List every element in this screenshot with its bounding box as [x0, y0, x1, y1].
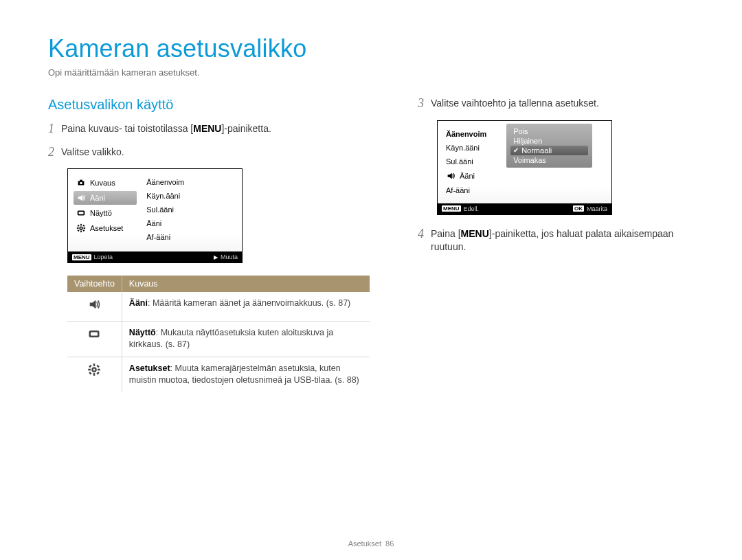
option-pois: Pois	[510, 126, 588, 136]
screen-icon	[87, 333, 101, 343]
step-4: 4 Paina [MENU]-painiketta, jos haluat pa…	[418, 227, 694, 254]
step-4-number: 4	[418, 227, 424, 240]
table-header-vaihtoehto: Vaihtoehto	[67, 276, 122, 292]
submenu-af: Af-ääni	[443, 184, 499, 197]
submenu-sul: Sul.ääni	[443, 155, 499, 168]
option-hiljainen: Hiljainen	[510, 136, 588, 146]
screen1-right-pane: Äänenvoim Käyn.ääni Sul.ääni Ääni Af-ään…	[141, 169, 242, 251]
submenu-aani: Ääni	[460, 172, 475, 180]
camera-screen-1: Kuvaus Ääni Näyttö Asetukset	[67, 168, 243, 263]
sound-icon	[87, 304, 101, 313]
menu-label: MENU	[461, 228, 489, 239]
sound-icon	[446, 171, 456, 181]
step-2-number: 2	[48, 146, 54, 158]
menu-chip-icon: MENU	[442, 205, 461, 212]
row-desc: : Määritä kameran äänet ja äänenvoimakku…	[148, 298, 350, 308]
step-4-pre: Paina [	[431, 228, 461, 239]
step-1-text: Paina kuvaus- tai toistotilassa [MENU]-p…	[61, 122, 271, 136]
step-1-pre: Paina kuvaus- tai toistotilassa [	[61, 123, 193, 134]
step-4-text: Paina [MENU]-painiketta, jos haluat pala…	[431, 227, 694, 254]
volume-popup: Pois Hiljainen ✔ Normaali Voimakas	[506, 124, 592, 168]
page-title: Kameran asetusvalikko	[48, 34, 694, 63]
right-column: 3 Valitse vaihtoehto ja tallenna asetuks…	[418, 97, 694, 392]
step-1-post: ]-painiketta.	[221, 123, 271, 134]
table-row-naytto: Näyttö: Mukauta näyttöasetuksia kuten al…	[67, 321, 370, 357]
step-3-text: Valitse vaihtoehto ja tallenna asetukset…	[431, 97, 599, 111]
table-row-aani: Ääni: Määritä kameran äänet ja äänenvoim…	[67, 292, 370, 321]
gear-icon	[87, 369, 101, 379]
options-table: Vaihtoehto Kuvaus Ääni: Määritä kameran …	[67, 276, 370, 392]
step-3-number: 3	[418, 97, 424, 109]
screen2-right-pane: Pois Hiljainen ✔ Normaali Voimakas	[504, 121, 611, 203]
menu-item-kuvaus: Kuvaus	[74, 176, 137, 190]
submenu-sul: Sul.ääni	[144, 203, 238, 216]
footer-maarita: Määritä	[587, 205, 607, 212]
camera-icon	[76, 178, 86, 188]
camera-screen-2: Äänenvoim Käyn.ääni Sul.ääni Ääni Af-ään…	[437, 120, 612, 215]
left-column: Asetusvalikon käyttö 1 Paina kuvaus- tai…	[48, 97, 370, 392]
menu-item-asetukset: Asetukset	[74, 221, 137, 235]
footer-edell: Edell.	[464, 205, 480, 212]
check-icon: ✔	[513, 146, 519, 154]
menu-item-naytto: Näyttö	[74, 206, 137, 220]
submenu-aanenvoim: Äänenvoim	[144, 176, 238, 188]
row-title: Ääni	[129, 298, 148, 308]
submenu-aani: Ääni	[144, 217, 238, 229]
step-1-number: 1	[48, 122, 54, 135]
option-voimakas: Voimakas	[510, 155, 588, 165]
footer-lopeta: Lopeta	[94, 254, 113, 260]
step-1: 1 Paina kuvaus- tai toistotilassa [MENU]…	[48, 122, 370, 136]
gear-icon	[76, 223, 86, 233]
menu-item-label: Näyttö	[90, 209, 112, 217]
play-triangle-icon: ▶	[214, 254, 218, 260]
footer-page-number: 86	[385, 539, 394, 548]
menu-item-label: Asetukset	[90, 224, 123, 232]
step-2: 2 Valitse valikko.	[48, 146, 370, 159]
table-row-asetukset: Asetukset: Muuta kamerajärjestelmän aset…	[67, 357, 370, 392]
screen2-left-pane: Äänenvoim Käyn.ääni Sul.ääni Ääni Af-ään…	[438, 121, 504, 203]
submenu-aani-row: Ääni	[443, 169, 499, 183]
submenu-af: Af-ääni	[144, 231, 238, 243]
step-2-text: Valitse valikko.	[61, 146, 124, 159]
page-subtitle: Opi määrittämään kameran asetukset.	[48, 67, 694, 78]
option-label: Normaali	[521, 146, 552, 155]
screen-icon	[76, 208, 86, 218]
menu-label: MENU	[193, 123, 221, 134]
submenu-kayn: Käyn.ääni	[443, 142, 499, 154]
step-3: 3 Valitse vaihtoehto ja tallenna asetuks…	[418, 97, 694, 111]
menu-item-label: Ääni	[90, 194, 105, 202]
ok-chip-icon: OK	[573, 205, 584, 212]
submenu-aanenvoim-selected: Äänenvoim	[443, 128, 499, 140]
menu-item-aani-selected: Ääni	[74, 191, 137, 205]
option-normaali-selected: ✔ Normaali	[510, 146, 588, 155]
table-header-kuvaus: Kuvaus	[122, 276, 370, 292]
submenu-kayn: Käyn.ääni	[144, 190, 238, 202]
screen1-footer: MENULopeta ▶Muuta	[68, 251, 242, 262]
row-desc: : Mukauta näyttöasetuksia kuten aloitusk…	[129, 328, 333, 350]
page-footer: Asetukset 86	[0, 539, 742, 548]
row-title: Asetukset	[129, 363, 170, 373]
menu-item-label: Kuvaus	[90, 179, 115, 187]
section-heading: Asetusvalikon käyttö	[48, 97, 370, 113]
row-title: Näyttö	[129, 328, 156, 337]
sound-icon	[76, 193, 86, 203]
screen2-footer: MENUEdell. OKMääritä	[438, 203, 611, 214]
screen1-left-pane: Kuvaus Ääni Näyttö Asetukset	[68, 169, 141, 251]
footer-muuta: Muuta	[221, 254, 238, 260]
footer-section: Asetukset	[348, 539, 381, 548]
menu-chip-icon: MENU	[72, 254, 91, 260]
